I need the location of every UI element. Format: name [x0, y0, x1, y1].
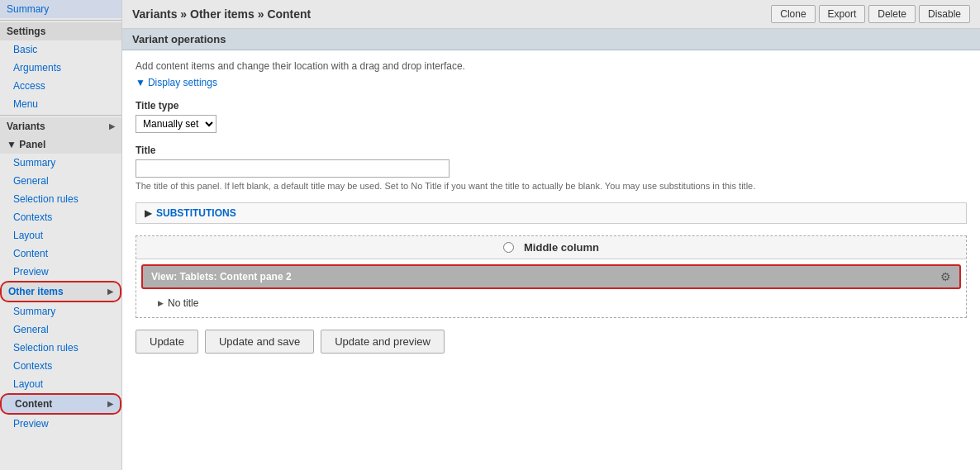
- substitutions-arrow-icon: ▶: [145, 207, 152, 219]
- no-title-item: ▶ No title: [141, 294, 961, 312]
- title-field-label: Title: [136, 145, 967, 156]
- breadcrumb-actions: Clone Export Delete Disable: [771, 5, 970, 23]
- sidebar-panel-selection-rules[interactable]: Selection rules: [0, 190, 121, 208]
- update-button[interactable]: Update: [136, 330, 198, 354]
- title-input[interactable]: [136, 159, 450, 178]
- column-area: Middle column View: Tablets: Content pan…: [136, 235, 967, 318]
- main-content: Variants » Other items » Content Clone E…: [122, 0, 980, 470]
- breadcrumb: Variants » Other items » Content: [132, 7, 311, 21]
- content-pane-item: View: Tablets: Content pane 2 ⚙: [141, 264, 961, 289]
- update-and-preview-button[interactable]: Update and preview: [321, 330, 445, 354]
- sidebar-item-menu[interactable]: Menu: [0, 95, 121, 113]
- sidebar-other-general[interactable]: General: [0, 320, 121, 339]
- breadcrumb-bar: Variants » Other items » Content Clone E…: [122, 0, 980, 29]
- sidebar-other-selection-rules[interactable]: Selection rules: [0, 339, 121, 357]
- sidebar-other-summary[interactable]: Summary: [0, 302, 121, 320]
- sidebar-other-layout[interactable]: Layout: [0, 375, 121, 393]
- sidebar-panel-content[interactable]: Content: [0, 244, 121, 263]
- divider-2: [0, 115, 121, 116]
- sidebar-panel-label[interactable]: ▼ Panel: [0, 135, 121, 154]
- sidebar-panel-summary[interactable]: Summary: [0, 154, 121, 172]
- sidebar-item-basic[interactable]: Basic: [0, 40, 121, 59]
- action-buttons: Update Update and save Update and previe…: [136, 330, 967, 367]
- title-hint: The title of this panel. If left blank, …: [136, 181, 879, 191]
- sidebar-panel-layout[interactable]: Layout: [0, 226, 121, 244]
- sidebar-panel-general[interactable]: General: [0, 172, 121, 190]
- sidebar-variants-label[interactable]: Variants: [0, 117, 121, 135]
- sidebar-other-items-label[interactable]: Other items: [0, 281, 121, 302]
- sidebar-settings-label: Settings: [0, 22, 121, 40]
- column-label: Middle column: [524, 241, 599, 254]
- no-title-label: No title: [168, 297, 198, 309]
- content-pane-label: View: Tablets: Content pane 2: [151, 271, 292, 282]
- sidebar-other-contexts[interactable]: Contexts: [0, 357, 121, 375]
- sidebar-panel-contexts[interactable]: Contexts: [0, 208, 121, 226]
- title-type-label: Title type: [136, 100, 967, 112]
- title-type-select[interactable]: Manually set No title Custom: [136, 115, 216, 133]
- sidebar-item-summary-top[interactable]: Summary: [0, 0, 121, 18]
- gear-icon[interactable]: ⚙: [940, 270, 951, 283]
- column-radio[interactable]: [503, 242, 514, 253]
- sidebar-panel-preview[interactable]: Preview: [0, 263, 121, 281]
- content-body: Add content items and change their locat…: [122, 50, 980, 377]
- display-settings-link[interactable]: ▼ Display settings: [136, 77, 967, 88]
- variant-operations-header: Variant operations: [122, 29, 980, 50]
- disable-button[interactable]: Disable: [919, 5, 970, 23]
- title-field-group: Title The title of this panel. If left b…: [136, 145, 967, 191]
- display-settings-arrow-icon: ▼: [136, 77, 145, 88]
- description-text: Add content items and change their locat…: [136, 60, 967, 72]
- title-type-select-wrapper: Manually set No title Custom: [136, 115, 967, 133]
- delete-button[interactable]: Delete: [868, 5, 916, 23]
- sidebar-other-content[interactable]: Content ▶: [0, 393, 121, 415]
- sidebar: Summary Settings Basic Arguments Access …: [0, 0, 122, 470]
- sidebar-item-arguments[interactable]: Arguments: [0, 59, 121, 77]
- clone-button[interactable]: Clone: [771, 5, 815, 23]
- export-button[interactable]: Export: [819, 5, 866, 23]
- sidebar-item-access[interactable]: Access: [0, 77, 121, 95]
- sidebar-other-preview[interactable]: Preview: [0, 415, 121, 433]
- update-and-save-button[interactable]: Update and save: [205, 330, 314, 354]
- display-settings-label: Display settings: [148, 77, 217, 88]
- divider-1: [0, 20, 121, 21]
- no-title-arrow-icon: ▶: [158, 299, 164, 307]
- column-header: Middle column: [136, 236, 966, 259]
- substitutions-label[interactable]: SUBSTITUTIONS: [156, 207, 236, 219]
- title-type-group: Title type Manually set No title Custom: [136, 100, 967, 133]
- substitutions-bar[interactable]: ▶ SUBSTITUTIONS: [136, 202, 967, 224]
